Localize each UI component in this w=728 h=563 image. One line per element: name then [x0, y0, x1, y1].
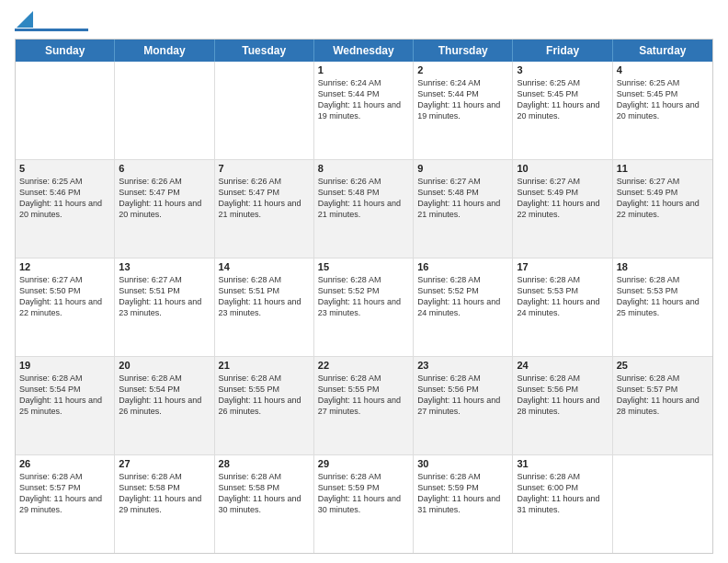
- day-info: Sunrise: 6:28 AM Sunset: 5:51 PM Dayligh…: [219, 274, 310, 319]
- day-number: 12: [19, 261, 110, 272]
- day-number: 22: [318, 360, 409, 371]
- calendar-cell: 1Sunrise: 6:24 AM Sunset: 5:44 PM Daylig…: [314, 62, 414, 159]
- day-info: Sunrise: 6:28 AM Sunset: 5:59 PM Dayligh…: [417, 471, 508, 516]
- day-number: 14: [219, 261, 310, 272]
- day-info: Sunrise: 6:26 AM Sunset: 5:47 PM Dayligh…: [219, 176, 310, 221]
- day-number: 11: [617, 163, 709, 174]
- calendar-cell: [115, 62, 214, 159]
- day-info: Sunrise: 6:26 AM Sunset: 5:47 PM Dayligh…: [119, 176, 210, 221]
- header-day-monday: Monday: [115, 40, 214, 62]
- day-number: 15: [318, 261, 409, 272]
- calendar-header: SundayMondayTuesdayWednesdayThursdayFrid…: [16, 40, 712, 62]
- day-info: Sunrise: 6:25 AM Sunset: 5:46 PM Dayligh…: [19, 176, 110, 221]
- day-info: Sunrise: 6:24 AM Sunset: 5:44 PM Dayligh…: [417, 77, 508, 122]
- day-info: Sunrise: 6:28 AM Sunset: 5:52 PM Dayligh…: [318, 274, 409, 319]
- calendar-cell: 10Sunrise: 6:27 AM Sunset: 5:49 PM Dayli…: [513, 160, 612, 258]
- day-number: 9: [417, 163, 508, 174]
- day-number: 20: [119, 360, 210, 371]
- day-info: Sunrise: 6:28 AM Sunset: 5:57 PM Dayligh…: [19, 471, 110, 516]
- calendar-cell: 26Sunrise: 6:28 AM Sunset: 5:57 PM Dayli…: [16, 455, 115, 553]
- day-number: 13: [119, 261, 210, 272]
- calendar: SundayMondayTuesdayWednesdayThursdayFrid…: [15, 39, 713, 554]
- day-number: 26: [19, 458, 110, 469]
- day-number: 27: [119, 458, 210, 469]
- calendar-row-5: 26Sunrise: 6:28 AM Sunset: 5:57 PM Dayli…: [16, 454, 712, 553]
- calendar-cell: 4Sunrise: 6:25 AM Sunset: 5:45 PM Daylig…: [613, 62, 712, 159]
- calendar-cell: [16, 62, 115, 159]
- day-info: Sunrise: 6:27 AM Sunset: 5:50 PM Dayligh…: [19, 274, 110, 319]
- calendar-cell: 3Sunrise: 6:25 AM Sunset: 5:45 PM Daylig…: [513, 62, 612, 159]
- calendar-body: 1Sunrise: 6:24 AM Sunset: 5:44 PM Daylig…: [16, 62, 712, 553]
- calendar-cell: 11Sunrise: 6:27 AM Sunset: 5:49 PM Dayli…: [613, 160, 712, 258]
- day-info: Sunrise: 6:25 AM Sunset: 5:45 PM Dayligh…: [517, 77, 608, 122]
- day-info: Sunrise: 6:24 AM Sunset: 5:44 PM Dayligh…: [318, 77, 409, 122]
- page: SundayMondayTuesdayWednesdayThursdayFrid…: [0, 0, 728, 563]
- calendar-cell: 28Sunrise: 6:28 AM Sunset: 5:58 PM Dayli…: [215, 455, 314, 553]
- calendar-cell: 17Sunrise: 6:28 AM Sunset: 5:53 PM Dayli…: [513, 259, 612, 356]
- day-info: Sunrise: 6:28 AM Sunset: 5:56 PM Dayligh…: [417, 373, 508, 418]
- calendar-cell: 13Sunrise: 6:27 AM Sunset: 5:51 PM Dayli…: [115, 259, 214, 356]
- day-number: 6: [119, 163, 210, 174]
- day-info: Sunrise: 6:28 AM Sunset: 5:56 PM Dayligh…: [517, 373, 608, 418]
- header-day-thursday: Thursday: [414, 40, 513, 62]
- day-info: Sunrise: 6:28 AM Sunset: 6:00 PM Dayligh…: [517, 471, 608, 516]
- calendar-cell: [215, 62, 314, 159]
- calendar-cell: 7Sunrise: 6:26 AM Sunset: 5:47 PM Daylig…: [215, 160, 314, 258]
- calendar-cell: 12Sunrise: 6:27 AM Sunset: 5:50 PM Dayli…: [16, 259, 115, 356]
- day-info: Sunrise: 6:27 AM Sunset: 5:49 PM Dayligh…: [517, 176, 608, 221]
- header: [15, 15, 713, 31]
- day-number: 19: [19, 360, 110, 371]
- calendar-cell: 16Sunrise: 6:28 AM Sunset: 5:52 PM Dayli…: [414, 259, 513, 356]
- calendar-row-3: 12Sunrise: 6:27 AM Sunset: 5:50 PM Dayli…: [16, 258, 712, 356]
- header-day-tuesday: Tuesday: [215, 40, 314, 62]
- day-info: Sunrise: 6:27 AM Sunset: 5:51 PM Dayligh…: [119, 274, 210, 319]
- day-info: Sunrise: 6:28 AM Sunset: 5:53 PM Dayligh…: [617, 274, 709, 319]
- day-number: 25: [617, 360, 709, 371]
- day-number: 5: [19, 163, 110, 174]
- calendar-row-4: 19Sunrise: 6:28 AM Sunset: 5:54 PM Dayli…: [16, 356, 712, 454]
- calendar-cell: 2Sunrise: 6:24 AM Sunset: 5:44 PM Daylig…: [414, 62, 513, 159]
- day-number: 17: [517, 261, 608, 272]
- day-number: 16: [417, 261, 508, 272]
- calendar-cell: 14Sunrise: 6:28 AM Sunset: 5:51 PM Dayli…: [215, 259, 314, 356]
- calendar-cell: 30Sunrise: 6:28 AM Sunset: 5:59 PM Dayli…: [414, 455, 513, 553]
- day-number: 23: [417, 360, 508, 371]
- day-number: 24: [517, 360, 608, 371]
- calendar-cell: 23Sunrise: 6:28 AM Sunset: 5:56 PM Dayli…: [414, 357, 513, 454]
- day-info: Sunrise: 6:28 AM Sunset: 5:58 PM Dayligh…: [119, 471, 210, 516]
- day-info: Sunrise: 6:27 AM Sunset: 5:49 PM Dayligh…: [617, 176, 709, 221]
- calendar-cell: 21Sunrise: 6:28 AM Sunset: 5:55 PM Dayli…: [215, 357, 314, 454]
- day-info: Sunrise: 6:28 AM Sunset: 5:54 PM Dayligh…: [119, 373, 210, 418]
- day-info: Sunrise: 6:28 AM Sunset: 5:57 PM Dayligh…: [617, 373, 709, 418]
- day-info: Sunrise: 6:28 AM Sunset: 5:55 PM Dayligh…: [318, 373, 409, 418]
- header-day-sunday: Sunday: [16, 40, 115, 62]
- calendar-cell: 31Sunrise: 6:28 AM Sunset: 6:00 PM Dayli…: [513, 455, 612, 553]
- calendar-cell: 6Sunrise: 6:26 AM Sunset: 5:47 PM Daylig…: [115, 160, 214, 258]
- day-number: 30: [417, 458, 508, 469]
- day-number: 8: [318, 163, 409, 174]
- day-number: 18: [617, 261, 709, 272]
- day-number: 2: [417, 64, 508, 75]
- calendar-cell: 18Sunrise: 6:28 AM Sunset: 5:53 PM Dayli…: [613, 259, 712, 356]
- day-number: 3: [517, 64, 608, 75]
- calendar-cell: 24Sunrise: 6:28 AM Sunset: 5:56 PM Dayli…: [513, 357, 612, 454]
- header-day-friday: Friday: [513, 40, 612, 62]
- day-info: Sunrise: 6:28 AM Sunset: 5:54 PM Dayligh…: [19, 373, 110, 418]
- day-info: Sunrise: 6:28 AM Sunset: 5:53 PM Dayligh…: [517, 274, 608, 319]
- calendar-cell: 8Sunrise: 6:26 AM Sunset: 5:48 PM Daylig…: [314, 160, 414, 258]
- calendar-cell: 5Sunrise: 6:25 AM Sunset: 5:46 PM Daylig…: [16, 160, 115, 258]
- day-info: Sunrise: 6:28 AM Sunset: 5:58 PM Dayligh…: [219, 471, 310, 516]
- calendar-cell: 25Sunrise: 6:28 AM Sunset: 5:57 PM Dayli…: [613, 357, 712, 454]
- day-info: Sunrise: 6:28 AM Sunset: 5:55 PM Dayligh…: [219, 373, 310, 418]
- calendar-cell: 22Sunrise: 6:28 AM Sunset: 5:55 PM Dayli…: [314, 357, 414, 454]
- header-day-saturday: Saturday: [613, 40, 712, 62]
- day-number: 31: [517, 458, 608, 469]
- day-number: 28: [219, 458, 310, 469]
- header-day-wednesday: Wednesday: [314, 40, 414, 62]
- calendar-cell: 27Sunrise: 6:28 AM Sunset: 5:58 PM Dayli…: [115, 455, 214, 553]
- calendar-cell: 20Sunrise: 6:28 AM Sunset: 5:54 PM Dayli…: [115, 357, 214, 454]
- day-info: Sunrise: 6:28 AM Sunset: 5:59 PM Dayligh…: [318, 471, 409, 516]
- logo-icon: [17, 11, 33, 28]
- calendar-row-2: 5Sunrise: 6:25 AM Sunset: 5:46 PM Daylig…: [16, 159, 712, 258]
- day-info: Sunrise: 6:26 AM Sunset: 5:48 PM Dayligh…: [318, 176, 409, 221]
